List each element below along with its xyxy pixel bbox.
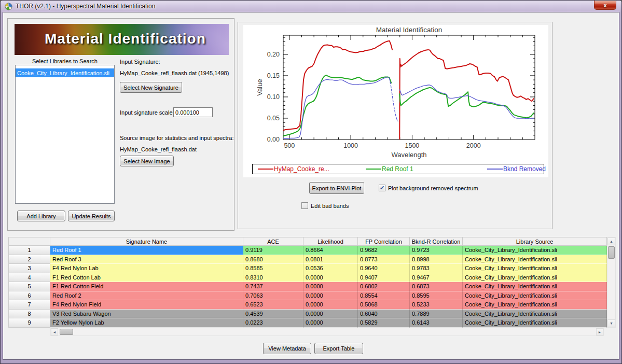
signature-scale-input[interactable] <box>173 107 213 117</box>
bknd-correlation-cell[interactable]: 0.6143 <box>410 318 463 328</box>
table-row[interactable]: 8V3 Red Subaru Wagon0.45390.00000.60400.… <box>8 310 607 319</box>
bknd-correlation-cell[interactable]: 0.5233 <box>410 300 463 310</box>
ace-cell[interactable]: 0.6523 <box>243 300 303 310</box>
plot-background-checkbox[interactable]: ✔ <box>379 185 385 191</box>
row-number-cell[interactable]: 4 <box>8 273 50 283</box>
signature-name-cell[interactable]: F2 Yellow Nylon Lab <box>50 318 243 328</box>
bknd-correlation-cell[interactable]: 0.9467 <box>410 273 463 283</box>
likelihood-cell[interactable]: 0.0801 <box>303 255 358 264</box>
table-row[interactable]: 3F4 Red Nylon Lab0.85850.05360.96400.978… <box>8 264 607 273</box>
library-source-cell[interactable]: Cooke_City_Library_Identification.sli <box>463 255 607 264</box>
row-number-cell[interactable]: 6 <box>8 291 50 301</box>
signature-name-cell[interactable]: Red Roof 1 <box>50 246 243 255</box>
scroll-down-arrow[interactable]: ▼ <box>607 319 615 327</box>
likelihood-cell[interactable]: 0.0000 <box>303 300 358 310</box>
fp-correlation-cell[interactable]: 0.5068 <box>358 300 410 310</box>
bknd-correlation-cell[interactable]: 0.6873 <box>410 282 463 291</box>
table-horizontal-scrollbar[interactable]: ◄ ► <box>50 328 604 336</box>
bknd-correlation-cell[interactable]: 0.7889 <box>410 310 463 319</box>
library-source-cell[interactable]: Cooke_City_Library_Identification.sli <box>463 273 607 283</box>
table-row[interactable]: 5F1 Red Cotton Field0.74370.00000.68020.… <box>8 282 607 291</box>
ace-cell[interactable]: 0.7063 <box>243 291 303 301</box>
library-source-cell[interactable]: Cooke_City_Library_Identification.sli <box>463 318 607 328</box>
fp-correlation-cell[interactable]: 0.5829 <box>358 318 410 328</box>
update-results-button[interactable]: Update Results <box>68 211 115 221</box>
horizontal-scroll-thumb[interactable] <box>60 329 73 335</box>
ace-cell[interactable]: 0.4539 <box>243 310 303 319</box>
row-number-cell[interactable]: 3 <box>8 264 50 273</box>
likelihood-cell[interactable]: 0.8664 <box>303 246 358 255</box>
bknd-correlation-cell[interactable]: 0.9783 <box>410 264 463 273</box>
close-button[interactable]: x <box>594 1 616 10</box>
row-number-cell[interactable]: 5 <box>8 282 50 291</box>
signature-name-cell[interactable]: Red Roof 3 <box>50 255 243 264</box>
ace-cell[interactable]: 0.8585 <box>243 264 303 273</box>
ace-cell[interactable]: 0.0223 <box>243 318 303 328</box>
library-source-cell[interactable]: Cooke_City_Library_Identification.sli <box>463 300 607 310</box>
ace-cell[interactable]: 0.9119 <box>243 246 303 255</box>
library-listbox[interactable]: Cooke_City_Library_Identification.sli <box>15 65 115 204</box>
export-table-button[interactable]: Export Table <box>314 343 363 354</box>
header-bknd-correlation[interactable]: Bknd-R Correlation <box>410 237 463 246</box>
row-number-cell[interactable]: 7 <box>8 300 50 310</box>
ace-cell[interactable]: 0.7437 <box>243 282 303 291</box>
bknd-correlation-cell[interactable]: 0.9723 <box>410 246 463 255</box>
scroll-left-arrow[interactable]: ◄ <box>51 328 58 335</box>
likelihood-cell[interactable]: 0.0000 <box>303 273 358 283</box>
signature-name-cell[interactable]: Red Roof 2 <box>50 291 243 301</box>
fp-correlation-cell[interactable]: 0.9640 <box>358 264 410 273</box>
library-list-item[interactable]: Cooke_City_Library_Identification.sli <box>16 68 114 77</box>
library-source-cell[interactable]: Cooke_City_Library_Identification.sli <box>463 282 607 291</box>
bknd-correlation-cell[interactable]: 0.8998 <box>410 255 463 264</box>
library-source-cell[interactable]: Cooke_City_Library_Identification.sli <box>463 310 607 319</box>
bknd-correlation-cell[interactable]: 0.8595 <box>410 291 463 301</box>
row-number-cell[interactable]: 9 <box>8 318 50 328</box>
likelihood-cell[interactable]: 0.0536 <box>303 264 358 273</box>
row-number-cell[interactable]: 1 <box>8 246 50 255</box>
library-source-cell[interactable]: Cooke_City_Library_Identification.sli <box>463 264 607 273</box>
table-row[interactable]: 4F1 Red Cotton Lab0.83100.00000.94070.94… <box>8 273 607 283</box>
signature-name-cell[interactable]: F1 Red Cotton Lab <box>50 273 243 283</box>
header-likelihood[interactable]: Likelihood <box>303 237 358 246</box>
table-vertical-scrollbar[interactable]: ▲ ▼ <box>607 237 616 328</box>
table-row[interactable]: 7F4 Red Nylon Field0.65230.00000.50680.5… <box>8 300 607 310</box>
table-row[interactable]: 9F2 Yellow Nylon Lab0.02230.00000.58290.… <box>8 318 607 328</box>
header-library-source[interactable]: Library Source <box>463 237 607 246</box>
fp-correlation-cell[interactable]: 0.9682 <box>358 246 410 255</box>
add-library-button[interactable]: Add Library <box>17 211 65 221</box>
library-source-cell[interactable]: Cooke_City_Library_Identification.sli <box>463 246 607 255</box>
signature-name-cell[interactable]: F4 Red Nylon Lab <box>50 264 243 273</box>
table-row[interactable]: 1Red Roof 10.91190.86640.96820.9723Cooke… <box>8 246 607 255</box>
library-source-cell[interactable]: Cooke_City_Library_Identification.sli <box>463 291 607 301</box>
signature-name-cell[interactable]: V3 Red Subaru Wagon <box>50 310 243 319</box>
scroll-right-arrow[interactable]: ► <box>596 328 603 335</box>
fp-correlation-cell[interactable]: 0.6040 <box>358 310 410 319</box>
title-bar[interactable]: THOR (v2.1) - Hyperspectral Material Ide… <box>1 1 621 12</box>
row-number-cell[interactable]: 2 <box>8 255 50 264</box>
header-fp-correlation[interactable]: FP Correlation <box>358 237 410 246</box>
signature-name-cell[interactable]: F4 Red Nylon Field <box>50 300 243 310</box>
ace-cell[interactable]: 0.8680 <box>243 255 303 264</box>
likelihood-cell[interactable]: 0.0000 <box>303 291 358 301</box>
vertical-scroll-thumb[interactable] <box>608 246 615 259</box>
select-new-signature-button[interactable]: Select New Signature <box>120 82 182 93</box>
ace-cell[interactable]: 0.8310 <box>243 273 303 283</box>
export-envi-plot-button[interactable]: Export to ENVI Plot <box>309 182 364 194</box>
view-metadata-button[interactable]: View Metadata <box>263 343 311 354</box>
select-new-image-button[interactable]: Select New Image <box>120 156 174 166</box>
likelihood-cell[interactable]: 0.0000 <box>303 310 358 319</box>
row-number-cell[interactable]: 8 <box>8 310 50 319</box>
table-row[interactable]: 2Red Roof 30.86800.08010.87730.8998Cooke… <box>8 255 607 264</box>
fp-correlation-cell[interactable]: 0.9407 <box>358 273 410 283</box>
header-ace[interactable]: ACE <box>243 237 303 246</box>
scroll-up-arrow[interactable]: ▲ <box>607 237 615 245</box>
fp-correlation-cell[interactable]: 0.8554 <box>358 291 410 301</box>
signature-name-cell[interactable]: F1 Red Cotton Field <box>50 282 243 291</box>
likelihood-cell[interactable]: 0.0000 <box>303 282 358 291</box>
table-row[interactable]: 6Red Roof 20.70630.00000.85540.8595Cooke… <box>8 291 607 301</box>
fp-correlation-cell[interactable]: 0.6802 <box>358 282 410 291</box>
edit-bad-bands-checkbox[interactable] <box>301 202 308 209</box>
header-signature-name[interactable]: Signature Name <box>50 237 243 246</box>
fp-correlation-cell[interactable]: 0.8773 <box>358 255 410 264</box>
likelihood-cell[interactable]: 0.0000 <box>303 318 358 328</box>
